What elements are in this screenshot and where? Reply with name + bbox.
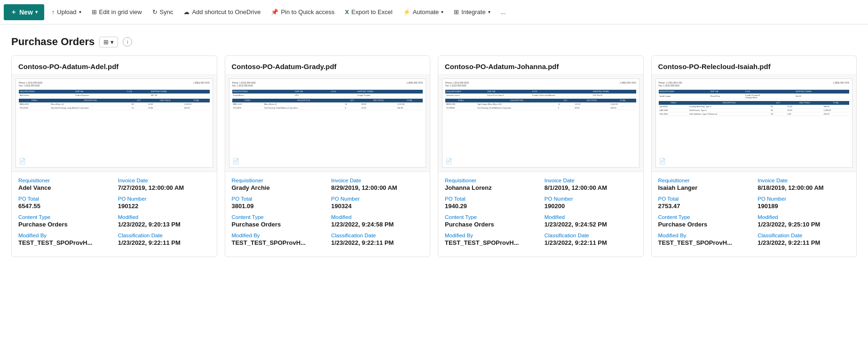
modified-by-label: Modified By bbox=[445, 233, 537, 238]
pdf-icon: 📄 bbox=[232, 158, 239, 164]
view-grid-icon: ⊞ bbox=[103, 39, 109, 46]
po-total-label: PO Total bbox=[232, 196, 324, 202]
modified-by-label: Modified By bbox=[658, 233, 750, 238]
modified-by-label: Modified By bbox=[18, 233, 110, 238]
modified-by-value: TEST_TEST_SPOProvH... bbox=[445, 239, 537, 246]
new-chevron-icon: ▾ bbox=[35, 9, 38, 15]
doc-fax: 1 (800) 555-7676 bbox=[258, 82, 423, 88]
requisitioner-value: Johanna Lorenz bbox=[445, 184, 537, 191]
requisitioner-value: Isaiah Langer bbox=[658, 184, 750, 191]
classification-date-value: 1/23/2022, 9:22:11 PM bbox=[758, 239, 850, 246]
sync-icon: ↻ bbox=[152, 8, 158, 16]
doc-fax: 1 (800) 555-7676 bbox=[44, 82, 209, 88]
upload-button[interactable]: ↑ Upload ▾ bbox=[47, 6, 86, 18]
pin-button[interactable]: 📌 Pin to Quick access bbox=[266, 6, 339, 18]
invoice-date-label: Invoice Date bbox=[118, 178, 210, 183]
view-chevron-icon: ▾ bbox=[110, 39, 114, 46]
edit-grid-button[interactable]: ⊞ Edit in grid view bbox=[87, 6, 147, 18]
doc-phone: Phone: 1 (720) 555-1700Fax: 1 (513) 555-… bbox=[659, 82, 682, 88]
doc-phone: Phone: 1 (513) 555-9100Fax: 1 (513) 555-… bbox=[232, 82, 256, 88]
onedrive-icon: ☁ bbox=[183, 8, 189, 16]
modified-label: Modified bbox=[331, 214, 423, 220]
doc-preview: Phone: 1 (513) 555-9100Fax: 1 (513) 555-… bbox=[12, 75, 217, 172]
content-type-value: Purchase Orders bbox=[658, 221, 750, 228]
integrate-chevron-icon: ▾ bbox=[488, 9, 490, 15]
invoice-date-value: 7/27/2019, 12:00:00 AM bbox=[118, 184, 210, 191]
po-number-value: 190122 bbox=[118, 203, 210, 210]
content-type-value: Purchase Orders bbox=[445, 221, 537, 228]
pin-icon: 📌 bbox=[271, 8, 278, 16]
invoice-date-value: 8/1/2019, 12:00:00 AM bbox=[544, 184, 637, 191]
plus-icon: ＋ bbox=[10, 8, 17, 16]
upload-chevron-icon: ▾ bbox=[79, 9, 81, 15]
cards-grid: Contoso-PO-Adatum-Adel.pdf Phone: 1 (513… bbox=[0, 55, 868, 268]
doc-inner: Phone: 1 (513) 555-9100Fax: 1 (513) 555-… bbox=[442, 78, 639, 168]
more-button[interactable]: ... bbox=[496, 6, 511, 18]
new-button[interactable]: ＋ New ▾ bbox=[4, 4, 44, 20]
export-excel-button[interactable]: X Export to Excel bbox=[340, 6, 397, 18]
grid-icon: ⊞ bbox=[92, 8, 97, 16]
modified-value: 1/23/2022, 9:20:13 PM bbox=[118, 221, 210, 228]
card-filename: Contoso-PO-Adatum-Johanna.pdf bbox=[438, 56, 643, 75]
doc-req-table: REQUISITIONERSHIP VIAF.O.B.SHIPPING TERM… bbox=[445, 90, 636, 97]
modified-value: 1/23/2022, 9:25:10 PM bbox=[758, 221, 850, 228]
sync-button[interactable]: ↻ Sync bbox=[148, 6, 178, 18]
info-icon[interactable]: i bbox=[123, 37, 132, 47]
doc-items-table: ITEM #DESCRIPTIONQTYUNIT PRICETOTAL MM5-… bbox=[232, 99, 423, 110]
page-title: Purchase Orders bbox=[11, 36, 95, 48]
po-total-label: PO Total bbox=[18, 196, 110, 202]
document-card[interactable]: Contoso-PO-Adatum-Adel.pdf Phone: 1 (513… bbox=[11, 55, 217, 257]
card-meta: Requisitioner Isaiah Langer Invoice Date… bbox=[652, 172, 857, 257]
doc-phone: Phone: 1 (513) 555-9100Fax: 1 (513) 555-… bbox=[445, 82, 469, 88]
po-number-label: PO Number bbox=[118, 196, 210, 202]
toolbar: ＋ New ▾ ↑ Upload ▾ ⊞ Edit in grid view ↻… bbox=[0, 0, 868, 24]
requisitioner-label: Requisitioner bbox=[658, 178, 750, 183]
content-type-label: Content Type bbox=[18, 214, 110, 220]
invoice-date-value: 8/18/2019, 12:00:00 AM bbox=[758, 184, 850, 191]
modified-by-value: TEST_TEST_SPOProvH... bbox=[18, 239, 110, 246]
doc-items-table: ITEM #DESCRIPTIONQTYUNIT PRICETOTAL MM32… bbox=[445, 99, 636, 110]
content-type-value: Purchase Orders bbox=[18, 221, 110, 228]
po-number-value: 190324 bbox=[331, 203, 423, 210]
po-number-label: PO Number bbox=[331, 196, 423, 202]
po-total-label: PO Total bbox=[658, 196, 750, 202]
po-number-value: 190189 bbox=[758, 203, 850, 210]
modified-value: 1/23/2022, 9:24:52 PM bbox=[544, 221, 637, 228]
new-label: New bbox=[19, 8, 33, 16]
doc-fax: 1 (800) 555-7676 bbox=[684, 82, 849, 88]
integrate-button[interactable]: ⊞ Integrate ▾ bbox=[449, 6, 495, 18]
upload-icon: ↑ bbox=[52, 8, 55, 16]
doc-inner: Phone: 1 (513) 555-9100Fax: 1 (513) 555-… bbox=[16, 78, 213, 168]
view-switcher[interactable]: ⊞ ▾ bbox=[99, 37, 118, 47]
po-number-label: PO Number bbox=[544, 196, 637, 202]
card-meta: Requisitioner Johanna Lorenz Invoice Dat… bbox=[438, 172, 643, 257]
po-total-value: 6547.55 bbox=[18, 203, 110, 210]
card-filename: Contoso-PO-Adatum-Adel.pdf bbox=[12, 56, 217, 75]
document-card[interactable]: Contoso-PO-Adatum-Johanna.pdf Phone: 1 (… bbox=[438, 55, 644, 257]
document-card[interactable]: Contoso-PO-Relecloud-Isaiah.pdf Phone: 1… bbox=[651, 55, 857, 257]
content-type-label: Content Type bbox=[445, 214, 537, 220]
invoice-date-label: Invoice Date bbox=[544, 178, 637, 183]
modified-label: Modified bbox=[118, 214, 210, 220]
po-total-label: PO Total bbox=[445, 196, 537, 202]
doc-req-table: REQUISITIONERSHIP VIAF.O.B.SHIPPING TERM… bbox=[19, 90, 210, 97]
po-total-value: 2753.47 bbox=[658, 203, 750, 210]
automate-chevron-icon: ▾ bbox=[441, 9, 443, 15]
classification-date-value: 1/23/2022, 9:22:11 PM bbox=[544, 239, 637, 246]
doc-inner: Phone: 1 (513) 555-9100Fax: 1 (513) 555-… bbox=[229, 78, 426, 168]
automate-button[interactable]: ⚡ Automate ▾ bbox=[398, 6, 449, 18]
doc-inner: Phone: 1 (720) 555-1700Fax: 1 (513) 555-… bbox=[655, 78, 853, 168]
modified-by-value: TEST_TEST_SPOProvH... bbox=[658, 239, 750, 246]
po-total-value: 3801.09 bbox=[232, 203, 324, 210]
modified-by-value: TEST_TEST_SPOProvH... bbox=[232, 239, 324, 246]
content-type-value: Purchase Orders bbox=[232, 221, 324, 228]
add-shortcut-button[interactable]: ☁ Add shortcut to OneDrive bbox=[179, 6, 265, 18]
pdf-icon: 📄 bbox=[659, 158, 666, 164]
doc-preview: Phone: 1 (720) 555-1700Fax: 1 (513) 555-… bbox=[652, 75, 857, 172]
classification-date-value: 1/23/2022, 9:22:11 PM bbox=[118, 239, 210, 246]
invoice-date-value: 8/29/2019, 12:00:00 AM bbox=[331, 184, 423, 191]
document-card[interactable]: Contoso-PO-Adatum-Grady.pdf Phone: 1 (51… bbox=[225, 55, 431, 257]
excel-icon: X bbox=[345, 8, 349, 16]
requisitioner-label: Requisitioner bbox=[445, 178, 537, 183]
card-filename: Contoso-PO-Relecloud-Isaiah.pdf bbox=[652, 56, 857, 75]
